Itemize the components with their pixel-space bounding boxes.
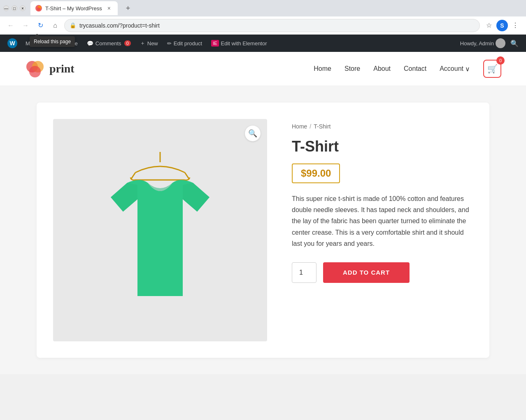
svg-point-2 xyxy=(37,7,40,11)
breadcrumb-home[interactable]: Home xyxy=(292,123,307,130)
forward-button[interactable]: → xyxy=(20,20,31,31)
nav-about[interactable]: About xyxy=(373,65,391,72)
bookmark-button[interactable]: ☆ xyxy=(483,20,495,31)
address-bar-row: ← → ↻ ⌂ 🔒 trycasuals.com/?product=t-shir… xyxy=(0,16,526,35)
profile-button[interactable]: S xyxy=(496,20,508,31)
page-content: 🔍 xyxy=(0,86,526,374)
home-button[interactable]: ⌂ xyxy=(49,20,61,31)
address-bar[interactable]: 🔒 trycasuals.com/?product=t-shirt xyxy=(64,19,480,32)
menu-button[interactable]: ⋮ xyxy=(510,20,521,31)
edit-elementor-label: Edit with Elementor xyxy=(221,40,267,47)
url-text: trycasuals.com/?product=t-shirt xyxy=(79,22,475,29)
active-tab[interactable]: T-Shirt – My WordPress × xyxy=(30,1,118,15)
edit-product-item[interactable]: ✏ Edit product xyxy=(163,35,206,52)
wp-logo: W xyxy=(7,38,17,48)
maximize-button[interactable]: □ xyxy=(12,5,17,11)
howdy-text: Howdy, Admin xyxy=(460,40,494,47)
tab-favicon xyxy=(35,5,42,12)
nav-store[interactable]: Store xyxy=(344,65,360,72)
new-label: New xyxy=(147,40,158,47)
nav-home[interactable]: Home xyxy=(314,65,331,72)
add-to-cart-button[interactable]: ADD TO CART xyxy=(323,262,410,283)
site-header: print Home Store About Contact Account ∨… xyxy=(0,52,526,86)
breadcrumb-current: T-Shirt xyxy=(314,123,330,130)
new-tab-button[interactable]: + xyxy=(123,2,134,14)
product-image xyxy=(86,144,234,317)
product-container: 🔍 xyxy=(37,103,489,358)
wp-search-button[interactable]: 🔍 xyxy=(507,35,522,52)
site-logo[interactable]: print xyxy=(25,58,74,79)
title-bar: — □ × T-Shirt – My WordPress × + xyxy=(0,0,526,16)
svg-point-5 xyxy=(29,66,41,77)
chevron-down-icon: ∨ xyxy=(465,65,470,73)
admin-avatar[interactable] xyxy=(496,38,505,48)
plus-icon: ＋ xyxy=(140,40,145,47)
comments-item[interactable]: 💬 Comments 0 xyxy=(83,35,135,52)
comments-label: Comments xyxy=(95,40,121,47)
product-price: $99.00 xyxy=(301,168,331,179)
comments-count: 0 xyxy=(124,40,131,46)
browser-actions: ☆ S ⋮ xyxy=(483,20,521,31)
nav-account[interactable]: Account ∨ xyxy=(440,65,470,73)
product-image-section: 🔍 xyxy=(53,119,267,341)
breadcrumb: Home / T-Shirt xyxy=(292,123,473,130)
website: print Home Store About Contact Account ∨… xyxy=(0,52,526,374)
zoom-button[interactable]: 🔍 xyxy=(245,126,261,141)
site-nav: Home Store About Contact Account ∨ 🛒 0 xyxy=(314,60,501,78)
wp-logo-item[interactable]: W xyxy=(4,35,21,52)
product-image-wrapper: 🔍 xyxy=(53,119,267,341)
add-to-cart-row: ADD TO CART xyxy=(292,262,473,283)
account-label: Account xyxy=(440,65,463,72)
product-title: T-Shirt xyxy=(292,138,473,155)
new-item[interactable]: ＋ New xyxy=(136,35,162,52)
logo-text: print xyxy=(49,62,74,75)
cart-button[interactable]: 🛒 0 xyxy=(483,60,501,78)
wp-admin-right: Howdy, Admin 🔍 xyxy=(460,35,522,52)
browser-chrome: — □ × T-Shirt – My WordPress × + ← → ↻ ⌂… xyxy=(0,0,526,35)
quantity-input[interactable] xyxy=(292,262,317,283)
nav-contact[interactable]: Contact xyxy=(404,65,426,72)
edit-elementor-item[interactable]: IE Edit with Elementor xyxy=(207,35,271,52)
minimize-button[interactable]: — xyxy=(3,5,9,11)
wp-admin-bar: W My W... Customize 💬 Comments 0 ＋ New ✏… xyxy=(0,35,526,52)
breadcrumb-separator: / xyxy=(310,123,311,130)
tab-title: T-Shirt – My WordPress xyxy=(45,5,102,12)
reload-button[interactable]: ↻ xyxy=(35,20,46,31)
close-button[interactable]: × xyxy=(20,5,26,11)
comment-icon: 💬 xyxy=(87,40,93,47)
window-controls: — □ × xyxy=(3,5,26,11)
product-description: This super nice t-shirt is made of 100% … xyxy=(292,193,473,249)
edit-product-label: Edit product xyxy=(174,40,202,47)
reload-tooltip: Reload this page xyxy=(30,36,75,47)
tab-close-button[interactable]: × xyxy=(105,5,113,12)
edit-icon: ✏ xyxy=(167,40,172,47)
product-info-section: Home / T-Shirt T-Shirt $99.00 This super… xyxy=(292,119,473,341)
cart-count-badge: 0 xyxy=(496,56,505,65)
price-box: $99.00 xyxy=(292,163,340,183)
back-button[interactable]: ← xyxy=(5,20,16,31)
lock-icon: 🔒 xyxy=(70,22,76,28)
elementor-icon: IE xyxy=(211,40,219,47)
logo-icon xyxy=(25,58,45,79)
